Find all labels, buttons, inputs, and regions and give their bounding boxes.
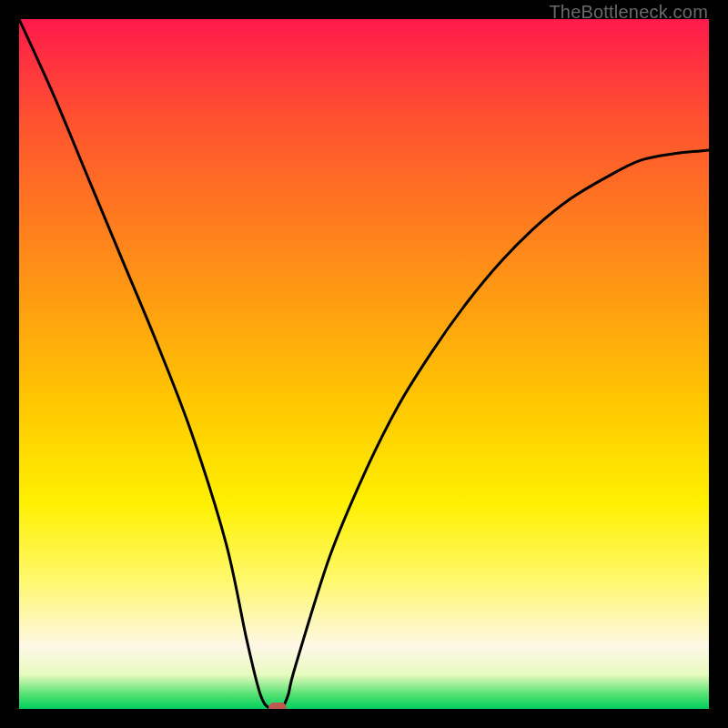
watermark-text: TheBottleneck.com: [549, 2, 708, 23]
chart-frame: [0, 0, 728, 728]
